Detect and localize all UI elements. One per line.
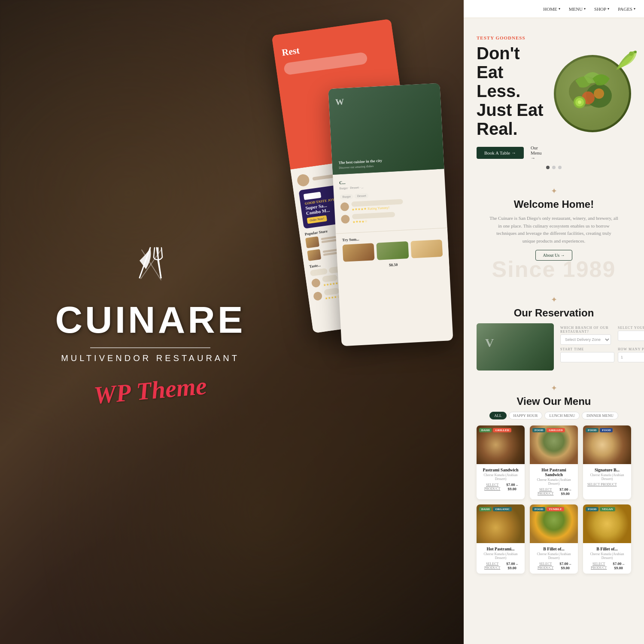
preview-tag-burger: Burger [340,194,353,200]
menu-card-link-4[interactable]: SELECT PRODUCT [481,562,504,570]
preview-card-2-header: W [335,97,344,107]
badge-food-6a: FOOD [586,507,598,511]
svg-point-17 [634,51,637,53]
menu-tabs: ALL HAPPY HOUR LUNCH MENU DINNER MENU [477,412,631,419]
preview-review-text-2b: ★★★★☆ [352,212,395,224]
preview-store-img-1 [305,236,319,248]
dot-3[interactable] [558,166,562,169]
brand-name: CUINARE [55,301,246,339]
menu-card-name-5: B Fillet of... [534,547,574,551]
menu-card-link-2[interactable]: SELECT PRODUCT [534,488,557,495]
left-section: CUINARE MULTIVENDOR RESTAURANT WP Theme [0,0,301,644]
svg-line-4 [161,248,162,257]
menu-card-badge-4: DASH ORGANIC [479,507,512,511]
preview-try-section: Try Som... $8.50 [336,228,450,274]
menu-card-badge-6: FOOD VEGAN [586,507,615,511]
preview-avatar [296,173,310,187]
hero-image [545,55,631,141]
date-input[interactable] [560,352,614,362]
menu-card-img-6: FOOD VEGAN [583,504,631,543]
menu-card-3: FOOD FOOD Signature B... Cheese Kunafa (… [583,425,631,499]
brand-divider [90,347,210,348]
menu-card-name-4: Hot Pastrami... [481,547,520,551]
dot-2[interactable] [552,166,556,169]
preview-review-avatar-2b [341,215,350,224]
night-label: HOW MANY PEOPLE [618,347,644,351]
branch-select[interactable]: Select Delivery Zone [560,334,611,345]
badge-vegan-6b: VEGAN [600,507,615,511]
date-label: START TIME [560,347,614,351]
reservation-image: V [477,323,554,371]
preview-price-area: $8.50 [343,260,443,270]
tab-lunch[interactable]: LUNCH MENU [544,412,580,419]
hero-title-line1: Don't Eat Less. [477,44,520,100]
preview-reviewer-avatar-2 [313,291,323,301]
menu-icon: ✦ [477,383,631,393]
booking-label: SELECT YOUR BOOKING [618,326,644,330]
menu-card-link-3[interactable]: SELECT PRODUCT [587,483,617,486]
menu-card-name-6: B Fillet of... [587,547,627,551]
preview-tag-dessert: Dessert [355,193,369,199]
menu-card-badge-5: FOOD TUMBLE [532,507,564,511]
menu-title: View Our Menu [477,395,631,407]
menu-card-desc-2: Cheese Kunafa (Arabian Dessert) [534,478,574,486]
book-table-button[interactable]: Book A Table → [477,147,524,159]
branch-label: WHICH BRANCH OF OUR RESTAURANT? [560,326,614,334]
preview-food-grid [342,240,443,262]
preview-review-content-2: ★★★★☆ [324,288,340,301]
menu-card-6: FOOD VEGAN B Fillet of... Cheese Kunafa … [583,504,631,574]
svg-line-2 [154,248,155,257]
nav-pages-label: PAGES [618,6,632,12]
since-text: Since 1989 [477,256,631,282]
booking-input[interactable] [618,331,644,341]
nav-home-arrow: ▾ [559,7,560,11]
svg-point-15 [578,100,581,104]
menu-card-badge-1: DASH GRILLED [479,428,511,432]
menu-card-link-5[interactable]: SELECT PRODUCT [534,562,557,570]
svg-point-16 [629,52,633,56]
menu-card-badge-3: FOOD FOOD [586,428,613,432]
hero-title: Don't Eat Less. Just Eat Real. [477,44,545,138]
menu-card-link-1[interactable]: SELECT PRODUCT [481,483,504,491]
welcome-section: ✦ Welcome Home! The Cuinare is San Diego… [464,173,644,291]
menu-card-1: DASH GRILLED Pastrami Sandwich Cheese Ku… [477,425,525,499]
menu-card-footer-2: SELECT PRODUCT $7.00 – $9.00 [534,487,574,496]
tab-happy-hour[interactable]: HAPPY HOUR [509,412,543,419]
menu-card-footer-1: SELECT PRODUCT $7.00 – $9.00 [481,483,520,491]
menu-card-link-6[interactable]: SELECT PRODUCT [587,562,610,570]
badge-tumble-5b: TUMBLE [547,507,564,511]
preview-tag-1 [310,268,328,276]
welcome-text: The Cuinare is San Diego's only restaura… [489,215,618,245]
nav-shop-arrow: ▾ [608,7,609,11]
night-input[interactable] [618,352,644,362]
menu-card-name-3: Signature B... [587,468,627,472]
menu-card-desc-6: Cheese Kunafa (Arabian Dessert) [587,552,627,560]
tab-all[interactable]: ALL [489,412,507,419]
menu-card-footer-5: SELECT PRODUCT $7.00 – $9.00 [534,562,574,570]
menu-card-body-1: Pastrami Sandwich Cheese Kunafa (Arabian… [477,464,525,495]
nav-shop[interactable]: SHOP ▾ [594,6,609,12]
reservation-img-text: V [485,336,494,350]
hero-text: TESTY GOODNESS Don't Eat Less. Just Eat … [477,35,545,161]
our-menu-link[interactable]: Our Menu → [531,145,545,161]
form-row-1: WHICH BRANCH OF OUR RESTAURANT? Select D… [560,323,644,345]
menu-card-img-5: FOOD TUMBLE [530,504,578,543]
nav-home[interactable]: HOME ▾ [543,6,560,12]
nav-pages[interactable]: PAGES ▾ [618,6,635,12]
preview-card-2-content: C... Burger · Dessert · ... Burger Desse… [333,169,447,233]
menu-card-body-6: B Fillet of... Cheese Kunafa (Arabian De… [583,543,631,574]
brand-subtitle: MULTIVENDOR RESTAURANT [61,353,240,363]
nav-menu[interactable]: MENU ▾ [569,6,586,12]
menu-card-footer-3: SELECT PRODUCT [587,483,627,486]
menu-card-body-3: Signature B... Cheese Kunafa (Arabian De… [583,464,631,490]
badge-dash-4: DASH [479,507,492,511]
tab-dinner[interactable]: DINNER MENU [582,412,618,419]
menu-card-price-1: $7.00 – $9.00 [504,483,520,491]
preview-rest-text: Rest [281,33,386,58]
reservation-icon: ✦ [477,295,631,304]
dot-1[interactable] [546,166,550,169]
menu-card-body-2: Hot Pastrami Sandwich Cheese Kunafa (Ara… [530,464,578,499]
preview-price-value: $8.50 [343,260,443,270]
night-group: HOW MANY PEOPLE [618,345,644,362]
preview-promo-btn[interactable]: Order Now! [307,215,328,224]
